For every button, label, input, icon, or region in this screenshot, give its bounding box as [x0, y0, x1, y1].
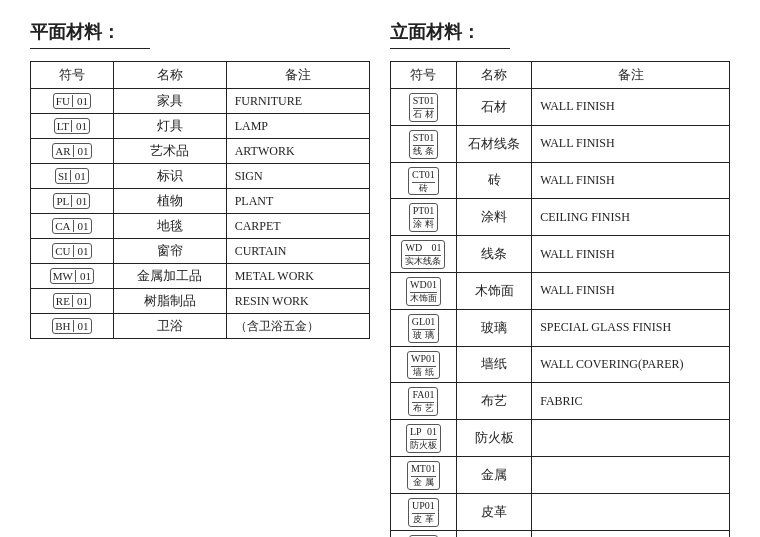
- table-row: MT01 金 属 金属: [391, 456, 730, 493]
- table-row: ST01 线 条 石材线条WALL FINISH: [391, 125, 730, 162]
- note-cell: WALL FINISH: [532, 236, 730, 273]
- right-header-name: 名称: [456, 62, 531, 89]
- name-cell: 特殊材料: [456, 530, 531, 537]
- left-title: 平面材料：: [30, 20, 150, 49]
- symbol-cell: RE01: [31, 289, 114, 314]
- note-cell: RESIN WORK: [226, 289, 369, 314]
- symbol-cell: WD01 木饰面: [391, 272, 457, 309]
- symbol-cell: CA01: [31, 214, 114, 239]
- symbol-cell: SI01: [31, 164, 114, 189]
- symbol-cell: CU01: [31, 239, 114, 264]
- note-cell: WALL FINISH: [532, 89, 730, 126]
- table-row: PT01 涂 料 涂料CEILING FINISH: [391, 199, 730, 236]
- symbol-cell: GL01 玻 璃: [391, 309, 457, 346]
- symbol-cell: MW01: [31, 264, 114, 289]
- table-row: LP01 防火板 防火板: [391, 420, 730, 457]
- table-row: SI01标识SIGN: [31, 164, 370, 189]
- right-title: 立面材料：: [390, 20, 510, 49]
- right-section: 立面材料： 符号 名称 备注 ST01 石 材 石材WALL FINISH ST…: [390, 20, 730, 537]
- name-cell: 标识: [113, 164, 226, 189]
- left-section: 平面材料： 符号 名称 备注 FU01家具FURNITURELT01灯具LAMP…: [30, 20, 370, 537]
- symbol-cell: ST01 线 条: [391, 125, 457, 162]
- name-cell: 金属加工品: [113, 264, 226, 289]
- note-cell: PLANT: [226, 189, 369, 214]
- note-cell: 例如：金箔、银箔、肌理涂料: [532, 530, 730, 537]
- note-cell: CARPET: [226, 214, 369, 239]
- name-cell: 艺术品: [113, 139, 226, 164]
- table-row: MW01金属加工品METAL WORK: [31, 264, 370, 289]
- name-cell: 布艺: [456, 383, 531, 420]
- table-row: SP01 金 箔 特殊材料例如：金箔、银箔、肌理涂料: [391, 530, 730, 537]
- note-cell: WALL FINISH: [532, 162, 730, 199]
- symbol-cell: LT01: [31, 114, 114, 139]
- symbol-cell: LP01 防火板: [391, 420, 457, 457]
- name-cell: 植物: [113, 189, 226, 214]
- symbol-cell: SP01 金 箔: [391, 530, 457, 537]
- left-header-symbol: 符号: [31, 62, 114, 89]
- name-cell: 砖: [456, 162, 531, 199]
- name-cell: 金属: [456, 456, 531, 493]
- table-row: ST01 石 材 石材WALL FINISH: [391, 89, 730, 126]
- symbol-cell: AR01: [31, 139, 114, 164]
- table-row: WP01 墙 纸 墙纸WALL COVERING(PARER): [391, 346, 730, 383]
- note-cell: SIGN: [226, 164, 369, 189]
- name-cell: 地毯: [113, 214, 226, 239]
- note-cell: （含卫浴五金）: [226, 314, 369, 339]
- table-row: BH01卫浴（含卫浴五金）: [31, 314, 370, 339]
- symbol-cell: ST01 石 材: [391, 89, 457, 126]
- left-header-note: 备注: [226, 62, 369, 89]
- note-cell: [532, 456, 730, 493]
- name-cell: 防火板: [456, 420, 531, 457]
- table-row: GL01 玻 璃 玻璃SPECIAL GLASS FINISH: [391, 309, 730, 346]
- name-cell: 皮革: [456, 493, 531, 530]
- note-cell: [532, 493, 730, 530]
- symbol-cell: CT01 砖: [391, 162, 457, 199]
- symbol-cell: MT01 金 属: [391, 456, 457, 493]
- symbol-cell: PT01 涂 料: [391, 199, 457, 236]
- name-cell: 玻璃: [456, 309, 531, 346]
- note-cell: FURNITURE: [226, 89, 369, 114]
- table-row: AR01艺术品ARTWORK: [31, 139, 370, 164]
- note-cell: [532, 420, 730, 457]
- symbol-cell: FA01 布 艺: [391, 383, 457, 420]
- table-row: FA01 布 艺 布艺FABRIC: [391, 383, 730, 420]
- note-cell: METAL WORK: [226, 264, 369, 289]
- name-cell: 木饰面: [456, 272, 531, 309]
- note-cell: LAMP: [226, 114, 369, 139]
- note-cell: WALL COVERING(PARER): [532, 346, 730, 383]
- note-cell: CEILING FINISH: [532, 199, 730, 236]
- table-row: CU01窗帘CURTAIN: [31, 239, 370, 264]
- right-table: 符号 名称 备注 ST01 石 材 石材WALL FINISH ST01 线 条…: [390, 61, 730, 537]
- table-row: CA01地毯CARPET: [31, 214, 370, 239]
- symbol-cell: WP01 墙 纸: [391, 346, 457, 383]
- symbol-cell: PL01: [31, 189, 114, 214]
- name-cell: 石材: [456, 89, 531, 126]
- name-cell: 家具: [113, 89, 226, 114]
- name-cell: 窗帘: [113, 239, 226, 264]
- table-row: LT01灯具LAMP: [31, 114, 370, 139]
- table-row: WD01 实木线条 线条WALL FINISH: [391, 236, 730, 273]
- table-row: PL01植物PLANT: [31, 189, 370, 214]
- note-cell: FABRIC: [532, 383, 730, 420]
- name-cell: 卫浴: [113, 314, 226, 339]
- symbol-cell: BH01: [31, 314, 114, 339]
- symbol-cell: WD01 实木线条: [391, 236, 457, 273]
- name-cell: 石材线条: [456, 125, 531, 162]
- name-cell: 线条: [456, 236, 531, 273]
- table-row: WD01 木饰面 木饰面WALL FINISH: [391, 272, 730, 309]
- name-cell: 涂料: [456, 199, 531, 236]
- table-row: CT01 砖 砖WALL FINISH: [391, 162, 730, 199]
- note-cell: WALL FINISH: [532, 125, 730, 162]
- note-cell: CURTAIN: [226, 239, 369, 264]
- name-cell: 灯具: [113, 114, 226, 139]
- table-row: UP01 皮 革 皮革: [391, 493, 730, 530]
- left-table: 符号 名称 备注 FU01家具FURNITURELT01灯具LAMPAR01艺术…: [30, 61, 370, 339]
- table-row: FU01家具FURNITURE: [31, 89, 370, 114]
- name-cell: 树脂制品: [113, 289, 226, 314]
- note-cell: WALL FINISH: [532, 272, 730, 309]
- symbol-cell: FU01: [31, 89, 114, 114]
- name-cell: 墙纸: [456, 346, 531, 383]
- note-cell: SPECIAL GLASS FINISH: [532, 309, 730, 346]
- left-header-name: 名称: [113, 62, 226, 89]
- table-row: RE01树脂制品RESIN WORK: [31, 289, 370, 314]
